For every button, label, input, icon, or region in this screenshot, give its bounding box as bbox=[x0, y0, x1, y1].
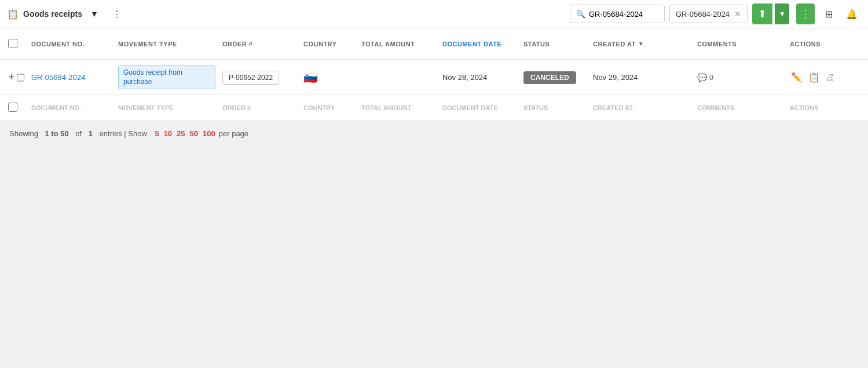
search-input[interactable] bbox=[589, 10, 658, 19]
page-size-50[interactable]: 50 bbox=[190, 129, 198, 138]
more-icon: ⋮ bbox=[112, 9, 122, 20]
action-icons: ✏️ 📋 🖨 bbox=[790, 71, 841, 84]
grid-icon: ⊞ bbox=[825, 9, 833, 20]
select-all-checkbox[interactable] bbox=[8, 39, 17, 48]
col-header-order-no: ORDER # bbox=[219, 36, 300, 52]
status-badge: CANCELED bbox=[523, 71, 576, 84]
col-header-created-at[interactable]: CREATED AT ▼ bbox=[589, 36, 694, 52]
footer-col-document-date: DOCUMENT DATE bbox=[439, 101, 520, 115]
footer-col-document-no: DOCUMENT NO. bbox=[28, 101, 115, 115]
footer-col-status: STATUS bbox=[520, 101, 589, 115]
col-header-total-amount: TOTAL AMOUNT bbox=[358, 36, 439, 52]
table-header: DOCUMENT NO. MOVEMENT TYPE ORDER # COUNT… bbox=[0, 28, 868, 60]
col-header-status: STATUS bbox=[520, 36, 589, 52]
topbar: 📋 Goods receipts ▼ ⋮ 🔍 GR-05684-2024 ✕ ⬆… bbox=[0, 0, 868, 28]
country-cell: 🇸🇮 bbox=[300, 66, 358, 89]
page-title: Goods receipts bbox=[23, 9, 82, 19]
document-no-link[interactable]: GR-05684-2024 bbox=[31, 73, 85, 82]
col-header-document-no: DOCUMENT NO. bbox=[28, 36, 115, 52]
search-icon: 🔍 bbox=[576, 10, 585, 19]
col-header-movement-type: MOVEMENT TYPE bbox=[115, 36, 219, 52]
pagination-per-page: per page bbox=[219, 129, 248, 138]
footer-col-select bbox=[5, 99, 28, 116]
more-options-button[interactable]: ⋮ bbox=[107, 3, 127, 24]
created-at-value: Nov 29, 2024 bbox=[593, 73, 638, 82]
row-add-cell: + bbox=[5, 66, 28, 89]
table-row: + GR-05684-2024 Goods receipt from purch… bbox=[0, 60, 868, 95]
movement-type-cell: Goods receipt from purchase bbox=[115, 61, 219, 94]
edit-action-icon[interactable]: ✏️ bbox=[790, 71, 804, 84]
action-more-icon: ⋮ bbox=[800, 8, 811, 20]
upload-icon: ⬆ bbox=[758, 8, 767, 20]
filter-icon: ▼ bbox=[90, 9, 98, 19]
pagination-total: 1 bbox=[89, 129, 93, 138]
data-table: DOCUMENT NO. MOVEMENT TYPE ORDER # COUNT… bbox=[0, 28, 868, 121]
search-tag-close[interactable]: ✕ bbox=[734, 9, 741, 19]
footer-col-country: COUNTRY bbox=[300, 101, 358, 115]
created-at-cell: Nov 29, 2024 bbox=[589, 68, 694, 86]
upload-button[interactable]: ⬆ bbox=[752, 3, 772, 24]
table-footer-header: DOCUMENT NO. MOVEMENT TYPE ORDER # COUNT… bbox=[0, 95, 868, 121]
comment-badge[interactable]: 💬 0 bbox=[697, 73, 783, 82]
document-date-value: Nov 28, 2024 bbox=[442, 73, 487, 82]
goods-receipts-icon: 📋 bbox=[7, 9, 19, 20]
status-cell: CANCELED bbox=[520, 67, 589, 89]
col-header-select bbox=[5, 34, 28, 54]
notifications-button[interactable]: 🔔 bbox=[843, 3, 861, 24]
order-no-badge[interactable]: P-00652-2022 bbox=[222, 71, 279, 85]
topbar-actions: ⬆ ▼ ⋮ bbox=[752, 3, 815, 24]
grid-view-button[interactable]: ⊞ bbox=[819, 3, 838, 24]
order-no-cell: P-00652-2022 bbox=[219, 66, 300, 89]
actions-cell: ✏️ 📋 🖨 bbox=[786, 66, 844, 89]
filter-button[interactable]: ▼ bbox=[87, 7, 102, 21]
upload-dropdown-button[interactable]: ▼ bbox=[775, 3, 789, 24]
pagination-showing: Showing bbox=[9, 129, 38, 138]
movement-type-badge: Goods receipt from purchase bbox=[118, 65, 215, 89]
footer-col-total-amount: TOTAL AMOUNT bbox=[358, 101, 439, 115]
print-action-icon[interactable]: 🖨 bbox=[825, 71, 836, 84]
page-size-25[interactable]: 25 bbox=[177, 129, 185, 138]
page-size-5[interactable]: 5 bbox=[155, 129, 159, 138]
col-header-document-date[interactable]: DOCUMENT DATE bbox=[439, 36, 520, 52]
pagination-of: of bbox=[75, 129, 82, 138]
footer-col-order-no: ORDER # bbox=[219, 101, 300, 115]
comment-count: 0 bbox=[709, 74, 713, 82]
pagination-range: 1 to 50 bbox=[45, 129, 69, 138]
pagination-info: Showing 1 to 50 of 1 entries | Show 5 10… bbox=[0, 121, 868, 146]
bell-icon: 🔔 bbox=[846, 9, 858, 20]
page-size-10[interactable]: 10 bbox=[164, 129, 172, 138]
footer-col-movement-type: MOVEMENT TYPE bbox=[115, 101, 219, 115]
document-date-cell: Nov 28, 2024 bbox=[439, 68, 520, 86]
search-box: 🔍 bbox=[570, 5, 665, 23]
footer-col-created-at: CREATED AT bbox=[589, 101, 694, 115]
footer-col-actions: ACTIONS bbox=[786, 101, 844, 115]
col-header-comments: COMMENTS bbox=[694, 36, 786, 52]
page-size-100[interactable]: 100 bbox=[203, 129, 215, 138]
pagination-entries: entries | Show bbox=[100, 129, 147, 138]
col-header-country: COUNTRY bbox=[300, 36, 358, 52]
row-checkbox[interactable] bbox=[17, 73, 24, 82]
search-tag-value: GR-05684-2024 bbox=[676, 10, 730, 19]
comments-cell: 💬 0 bbox=[694, 68, 786, 87]
upload-caret-icon: ▼ bbox=[779, 10, 786, 18]
document-no-cell: GR-05684-2024 bbox=[28, 68, 115, 86]
footer-select-all-checkbox[interactable] bbox=[8, 103, 17, 112]
col-header-actions: ACTIONS bbox=[786, 36, 844, 52]
total-amount-cell bbox=[358, 73, 439, 82]
footer-col-comments: COMMENTS bbox=[694, 101, 786, 115]
action-more-button[interactable]: ⋮ bbox=[796, 3, 815, 24]
comment-icon: 💬 bbox=[697, 73, 707, 82]
search-tag: GR-05684-2024 ✕ bbox=[669, 5, 748, 23]
sort-icon: ▼ bbox=[638, 41, 644, 47]
add-row-button[interactable]: + bbox=[8, 71, 14, 85]
country-flag: 🇸🇮 bbox=[303, 71, 318, 84]
copy-action-icon[interactable]: 📋 bbox=[807, 71, 821, 84]
